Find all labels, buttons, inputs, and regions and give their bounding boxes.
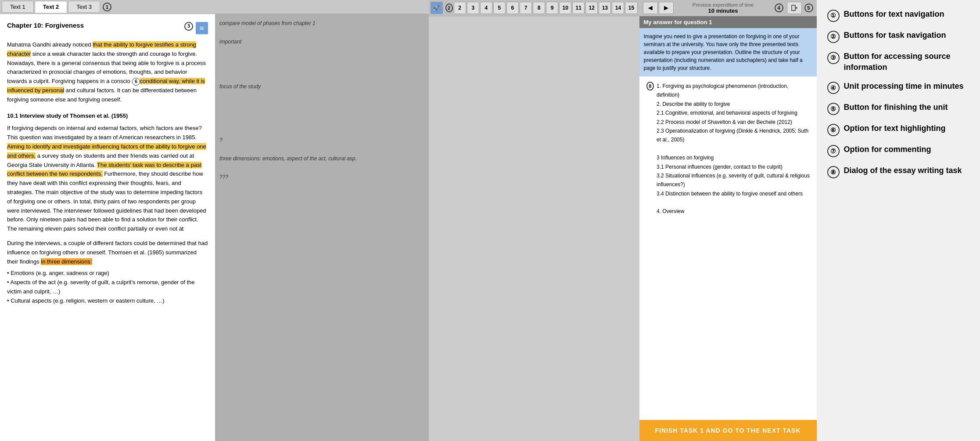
right-top-nav: ◀ ▶ Previous expenditure of time 10 minu…: [639, 0, 817, 16]
main-content: Chapter 10: Forgiveness 3 ≋ Mahatma Gand…: [0, 14, 429, 441]
task-nav-4[interactable]: 4: [480, 2, 492, 14]
badge-1: 1: [103, 3, 111, 11]
answer-line-10: 4. Overview: [657, 207, 811, 216]
tab-text1[interactable]: Text 1: [2, 1, 34, 13]
note-2: important: [219, 37, 424, 47]
task-nav-15[interactable]: 15: [625, 2, 637, 14]
badge-3-inline: 3: [184, 22, 193, 31]
legend-text-1: Buttons for text navigation: [844, 9, 944, 20]
answer-spacer-2: [657, 198, 811, 207]
legend-text-3: Button for accessing source information: [844, 51, 969, 73]
legend-text-5: Button for finishing the unit: [844, 102, 948, 113]
answer-line-1: 1. Forgiving as psychological phenomenon…: [657, 82, 811, 100]
legend-panel: ① Buttons for text navigation ② Buttons …: [817, 0, 980, 441]
answer-line-2: 2. Describe the ability to forgive: [657, 100, 811, 108]
legend-item-8: ⑧ Dialog of the essay writing task: [827, 165, 969, 178]
task-nav-11[interactable]: 11: [572, 2, 585, 14]
time-label: Previous expenditure of time: [675, 2, 772, 7]
badge-8: 8: [646, 82, 654, 90]
waves-icon-btn[interactable]: ≋: [196, 22, 208, 34]
task-nav-9[interactable]: 9: [546, 2, 558, 14]
time-value: 10 minutes: [675, 7, 772, 14]
answer-content[interactable]: 8 1. Forgiving as psychological phenomen…: [639, 76, 817, 420]
task-nav-7[interactable]: 7: [520, 2, 532, 14]
task-nav-8[interactable]: 8: [533, 2, 545, 14]
task-nav-5[interactable]: 5: [493, 2, 506, 14]
section-title: 10.1 Interview study of Thomsen et al. (…: [7, 112, 208, 121]
answer-prompt: Imagine you need to give a presentation …: [639, 28, 817, 76]
badge-6-inline: 6: [132, 78, 140, 86]
finish-unit-btn[interactable]: [787, 2, 802, 14]
right-nav-prev[interactable]: ◀: [643, 2, 658, 14]
task-nav-3[interactable]: 3: [467, 2, 479, 14]
answer-line-8: 3.2 Situational influences (e.g. severit…: [657, 171, 811, 189]
para2: If forgiving depends on internal and ext…: [7, 124, 208, 234]
legend-text-6: Option for text highlighting: [844, 123, 946, 134]
highlight-5: in three dimensions:: [41, 258, 92, 265]
note-6: ???: [219, 172, 424, 182]
legend-item-1: ① Buttons for text navigation: [827, 9, 969, 22]
tabs-row: Text 1 Text 2 Text 3 1: [0, 0, 429, 14]
legend-num-3: ③: [827, 52, 840, 64]
task-nav-10[interactable]: 10: [559, 2, 571, 14]
rocket-nav-btn[interactable]: 🚀: [431, 2, 443, 14]
answer-line-9: 3.4 Distinction between the ability to f…: [657, 189, 811, 198]
left-panel: Text 1 Text 2 Text 3 1 Chapter 10: Forgi…: [0, 0, 429, 441]
badge-4: 4: [775, 4, 783, 12]
note-5: three dimensions: emotions, aspect of th…: [219, 154, 424, 163]
tab-text2[interactable]: Text 2: [35, 1, 68, 13]
tab-text3[interactable]: Text 3: [68, 1, 100, 13]
legend-item-3: ③ Button for accessing source informatio…: [827, 51, 969, 73]
bullet-1: • Emotions (e.g. anger, sadness or rage): [7, 269, 208, 278]
answer-spacer-1: [657, 145, 811, 153]
badge-2: 2: [445, 4, 453, 12]
legend-num-5: ⑤: [827, 103, 840, 115]
para1: Mahatma Gandhi already noticed that the …: [7, 40, 208, 105]
legend-num-7: ⑦: [827, 145, 840, 157]
legend-item-2: ② Buttons for task navigation: [827, 30, 969, 43]
legend-num-4: ④: [827, 82, 840, 94]
bullet-3: • Cultural aspects (e.g. religion, weste…: [7, 296, 208, 306]
chapter-title: Chapter 10: Forgiveness: [7, 20, 84, 31]
legend-num-1: ①: [827, 10, 840, 22]
answer-line-5: 2.3 Operationalization of forgiving (Din…: [657, 127, 811, 145]
middle-content-area: [429, 16, 639, 441]
time-info: Previous expenditure of time 10 minutes: [675, 2, 772, 14]
right-nav-next[interactable]: ▶: [659, 2, 674, 14]
legend-text-4: Unit processing time in minutes: [844, 81, 964, 92]
legend-text-2: Buttons for task navigation: [844, 30, 946, 41]
answer-line-4: 2.2 Process model of Shavelton & van der…: [657, 118, 811, 127]
task-nav-14[interactable]: 14: [612, 2, 624, 14]
task-nav-12[interactable]: 12: [585, 2, 598, 14]
finish-task-btn[interactable]: FINISH TASK 1 AND GO TO THE NEXT TASK: [639, 420, 817, 441]
right-panel: ◀ ▶ Previous expenditure of time 10 minu…: [639, 0, 817, 441]
para3: During the interviews, a couple of diffe…: [7, 239, 208, 266]
badge-5: 5: [804, 4, 813, 12]
answer-line-3: 2.1 Cognitive, emotional, and behavioral…: [657, 108, 811, 117]
answer-line-6: 3 Influences on forgiving: [657, 153, 811, 162]
middle-panel: 🚀 2 2 3 4 5 6 7 8 9 10 11 12 13 14 15: [429, 0, 639, 441]
legend-item-4: ④ Unit processing time in minutes: [827, 81, 969, 94]
exit-icon: [791, 4, 798, 11]
legend-text-7: Option for commenting: [844, 144, 931, 155]
task-nav-6[interactable]: 6: [506, 2, 519, 14]
legend-text-8: Dialog of the essay writing task: [844, 165, 962, 176]
legend-item-7: ⑦ Option for commenting: [827, 144, 969, 157]
bullet-2: • Aspects of the act (e.g. severity of g…: [7, 278, 208, 296]
legend-item-6: ⑥ Option for text highlighting: [827, 123, 969, 136]
note-1: compare model of phases from chapter 1: [219, 18, 424, 28]
task-nav: 🚀 2 2 3 4 5 6 7 8 9 10 11 12 13 14 15: [429, 0, 639, 16]
bullets: • Emotions (e.g. anger, sadness or rage)…: [7, 269, 208, 305]
note-3: focus of the study: [219, 82, 424, 91]
notes-panel: compare model of phases from chapter 1 i…: [215, 14, 429, 441]
task-nav-2[interactable]: 2: [454, 2, 466, 14]
svg-rect-0: [792, 5, 795, 11]
legend-num-6: ⑥: [827, 124, 840, 136]
answer-line-7: 3.1 Personal influences (gender, contact…: [657, 163, 811, 171]
answer-header: My answer for question 1: [639, 16, 817, 28]
task-nav-13[interactable]: 13: [599, 2, 611, 14]
legend-num-8: ⑧: [827, 166, 840, 178]
text-panel: Chapter 10: Forgiveness 3 ≋ Mahatma Gand…: [0, 14, 215, 441]
legend-item-5: ⑤ Button for finishing the unit: [827, 102, 969, 115]
legend-num-2: ②: [827, 31, 840, 43]
